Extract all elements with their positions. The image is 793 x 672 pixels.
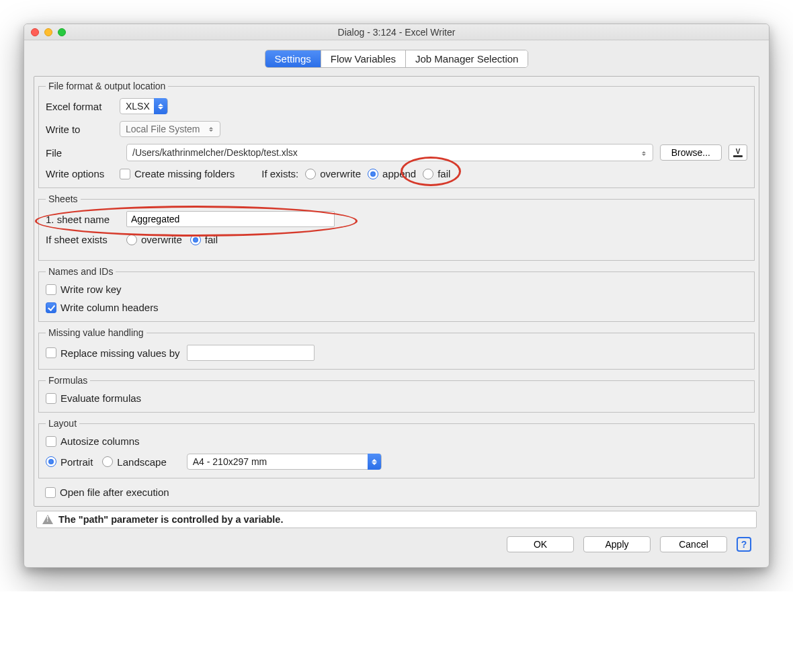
group-layout: Layout Autosize columns Portrait Landsca… <box>38 418 755 478</box>
chevron-updown-icon <box>206 122 216 136</box>
write-to-label: Write to <box>46 124 120 135</box>
write-row-key-checkbox[interactable] <box>46 284 56 295</box>
if-exists-append-radio[interactable] <box>368 169 378 179</box>
flow-variable-button[interactable]: V <box>728 144 747 161</box>
settings-panel: File format & output location Excel form… <box>34 76 759 507</box>
if-exists-overwrite-radio[interactable] <box>305 169 316 179</box>
write-column-headers-label: Write column headers <box>60 302 159 313</box>
group-names-ids: Names and IDs Write row key Write column… <box>38 266 755 322</box>
write-row-key-label: Write row key <box>60 284 122 295</box>
evaluate-formulas-checkbox[interactable] <box>46 393 56 404</box>
orientation-landscape-label: Landscape <box>117 456 166 468</box>
sheet-fail-radio[interactable] <box>190 235 201 245</box>
window-title: Dialog - 3:124 - Excel Writer <box>24 27 769 38</box>
maximize-icon[interactable] <box>58 28 66 36</box>
group-missing-value: Missing value handling Replace missing v… <box>38 327 755 370</box>
autosize-columns-checkbox[interactable] <box>46 436 56 447</box>
orientation-portrait-radio[interactable] <box>46 456 56 467</box>
sheet-fail-label: fail <box>205 234 218 245</box>
apply-button[interactable]: Apply <box>583 536 651 552</box>
file-path-value: /Users/kathrinmelcher/Desktop/test.xlsx <box>132 147 298 158</box>
write-options-label: Write options <box>46 168 120 179</box>
create-folders-checkbox[interactable] <box>120 169 130 179</box>
tabbar: Settings Flow Variables Job Manager Sele… <box>34 50 759 68</box>
dialog-window: Dialog - 3:124 - Excel Writer Settings F… <box>24 24 769 568</box>
replace-missing-checkbox[interactable] <box>46 347 56 358</box>
orientation-portrait-label: Portrait <box>60 456 93 468</box>
footer-warning-text: The "path" parameter is controlled by a … <box>58 514 283 525</box>
close-icon[interactable] <box>31 28 39 36</box>
paper-size-value: A4 - 210x297 mm <box>193 456 267 467</box>
chevron-updown-icon <box>154 98 167 114</box>
excel-format-value: XLSX <box>126 101 150 112</box>
minimize-icon[interactable] <box>44 28 52 36</box>
group-layout-legend: Layout <box>46 418 79 429</box>
write-column-headers-checkbox[interactable] <box>46 302 56 313</box>
if-exists-label: If exists: <box>261 168 298 179</box>
write-to-select[interactable]: Local File System <box>120 121 220 137</box>
file-path-input[interactable]: /Users/kathrinmelcher/Desktop/test.xlsx <box>126 144 653 161</box>
replace-missing-input[interactable] <box>187 345 315 361</box>
open-file-after-checkbox[interactable] <box>45 487 56 498</box>
if-exists-append-label: append <box>382 168 416 179</box>
ok-button[interactable]: OK <box>507 536 574 552</box>
write-to-value: Local File System <box>126 124 200 134</box>
window-controls <box>31 28 66 36</box>
tab-settings[interactable]: Settings <box>265 50 321 67</box>
group-sheets: Sheets 1. sheet name If sheet exists ove… <box>38 194 755 261</box>
excel-format-label: Excel format <box>46 101 120 112</box>
group-missing-value-legend: Missing value handling <box>46 327 147 338</box>
help-icon[interactable]: ? <box>737 537 751 552</box>
evaluate-formulas-label: Evaluate formulas <box>60 392 141 404</box>
dialog-buttons: OK Apply Cancel ? <box>34 536 759 556</box>
open-file-after-label: Open file after execution <box>60 487 169 498</box>
group-formulas: Formulas Evaluate formulas <box>38 375 755 413</box>
if-exists-overwrite-label: overwrite <box>320 168 361 179</box>
replace-missing-label: Replace missing values by <box>60 347 180 359</box>
orientation-landscape-radio[interactable] <box>102 456 113 467</box>
group-formulas-legend: Formulas <box>46 375 90 386</box>
titlebar: Dialog - 3:124 - Excel Writer <box>24 24 769 40</box>
group-sheets-legend: Sheets <box>46 194 81 204</box>
create-folders-label: Create missing folders <box>134 168 235 179</box>
cancel-button[interactable]: Cancel <box>660 536 727 552</box>
footer-warning: The "path" parameter is controlled by a … <box>36 511 757 528</box>
group-names-ids-legend: Names and IDs <box>46 266 116 277</box>
browse-button[interactable]: Browse... <box>660 144 722 161</box>
sheet-name-input[interactable] <box>126 211 335 227</box>
paper-size-select[interactable]: A4 - 210x297 mm <box>187 454 382 470</box>
if-sheet-exists-label: If sheet exists <box>46 234 126 245</box>
tab-job-manager[interactable]: Job Manager Selection <box>406 50 528 67</box>
file-label: File <box>46 147 120 159</box>
sheet-overwrite-radio[interactable] <box>126 235 137 245</box>
chevron-updown-icon <box>368 454 381 470</box>
if-exists-fail-radio[interactable] <box>423 169 433 179</box>
excel-format-select[interactable]: XLSX <box>120 98 168 114</box>
autosize-columns-label: Autosize columns <box>60 435 140 447</box>
group-file-format-legend: File format & output location <box>46 81 168 91</box>
sheet-name-label: 1. sheet name <box>46 214 126 225</box>
warning-icon <box>42 515 53 524</box>
tab-flow-variables[interactable]: Flow Variables <box>321 50 406 67</box>
group-file-format: File format & output location Excel form… <box>38 81 755 188</box>
sheet-overwrite-label: overwrite <box>141 234 182 245</box>
chevron-updown-icon <box>639 147 649 159</box>
if-exists-fail-label: fail <box>437 168 450 179</box>
